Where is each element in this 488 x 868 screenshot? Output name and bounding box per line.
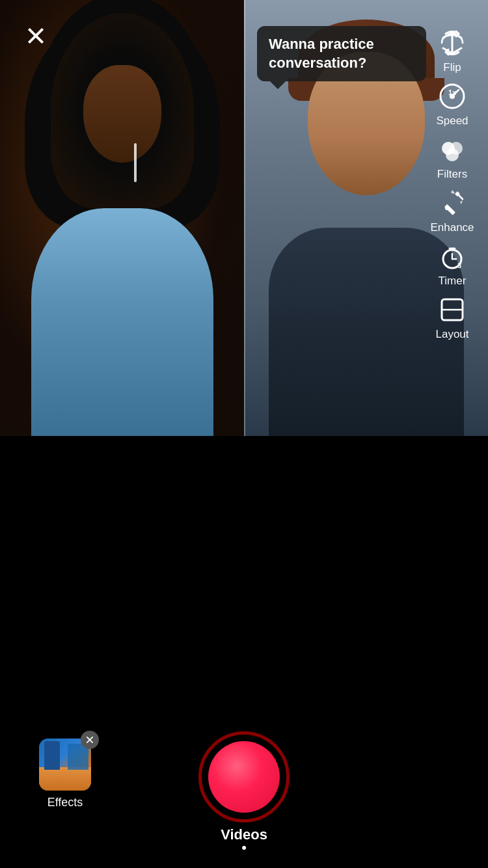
camera-viewfinder: Wanna practice conversation? [0, 0, 488, 436]
flip-label: Flip [443, 61, 461, 74]
filters-label: Filters [437, 168, 467, 181]
timer-button[interactable]: 3 Timer [426, 239, 478, 288]
split-divider [244, 0, 245, 436]
record-button-container [198, 731, 290, 822]
left-camera-panel [0, 0, 244, 436]
speed-button[interactable]: 1x Speed [426, 79, 478, 128]
flip-icon [438, 29, 467, 57]
enhance-label: Enhance [430, 221, 474, 234]
bottom-area: Mic Flash [0, 436, 488, 868]
timer-label: Timer [439, 275, 467, 288]
effects-container: Effects [39, 739, 91, 809]
videos-dot-indicator [242, 846, 246, 850]
layout-icon [438, 295, 467, 324]
earphone-detail [134, 143, 137, 182]
layout-button[interactable]: Layout [426, 293, 478, 341]
enhance-icon [438, 189, 467, 217]
close-button[interactable] [20, 20, 52, 52]
speed-icon: 1x [438, 82, 467, 111]
effects-label: Effects [47, 796, 83, 809]
svg-text:3: 3 [457, 262, 461, 269]
timer-icon: 3 [438, 242, 467, 271]
svg-point-8 [446, 148, 459, 161]
effects-close-button[interactable] [81, 731, 99, 749]
right-toolbar: Flip 1x Speed Fi [426, 26, 478, 346]
flip-button[interactable]: Flip [426, 26, 478, 74]
effects-close-icon [85, 735, 95, 745]
record-button[interactable] [198, 731, 290, 822]
filters-button[interactable]: Filters [426, 133, 478, 181]
videos-label: Videos [221, 826, 267, 843]
close-icon [25, 25, 46, 46]
woman-face [83, 65, 161, 163]
speech-bubble: Wanna practice conversation? [257, 26, 426, 81]
layout-label: Layout [435, 328, 468, 341]
filters-icon [438, 135, 467, 164]
record-button-inner [208, 741, 280, 813]
svg-point-10 [445, 206, 449, 210]
videos-tab[interactable]: Videos [221, 826, 267, 850]
speed-label: Speed [436, 115, 468, 128]
woman-body [31, 208, 213, 436]
enhance-button[interactable]: Enhance [426, 186, 478, 234]
